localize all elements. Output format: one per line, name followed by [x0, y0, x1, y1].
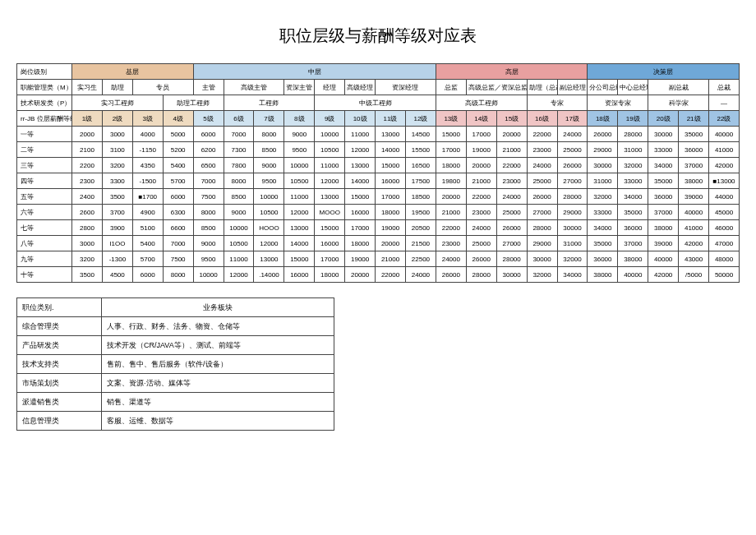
salary-cell: 42000	[648, 267, 679, 283]
salary-cell: 25000	[527, 173, 557, 189]
salary-cell: 2600	[72, 205, 103, 220]
salary-cell: 10000	[284, 158, 315, 173]
salary-cell: 23000	[466, 205, 496, 220]
salary-cell: 12000	[224, 267, 254, 283]
salary-cell: 23000	[527, 142, 557, 158]
salary-cell: 33000	[588, 205, 618, 220]
salary-cell: 31000	[557, 236, 588, 251]
salary-cell: 5200	[163, 142, 193, 158]
salary-cell: 14000	[284, 236, 315, 251]
level-cell: 5级	[193, 111, 224, 127]
salary-cell: 9000	[224, 205, 254, 220]
salary-cell: 40000	[618, 267, 648, 283]
salary-cell: 17000	[315, 251, 345, 267]
salary-cell: 2200	[72, 158, 103, 173]
category-cell: 派遣销售类	[17, 393, 102, 412]
salary-cell: 27000	[557, 173, 588, 189]
level-cell: 2级	[102, 111, 132, 127]
salary-cell: 40000	[679, 205, 709, 220]
category-cell: 文案、资源·活动、媒体等	[102, 374, 334, 393]
tech-role: 工程师	[224, 95, 315, 111]
category-cell: 客服、运维、数据等	[102, 412, 334, 431]
category-row: 派遣销售类销售、渠道等	[17, 393, 334, 412]
salary-cell: 24000	[436, 251, 466, 267]
salary-cell: 25000	[557, 142, 588, 158]
salary-cell: 5400	[163, 158, 193, 173]
grade-name: 六等	[17, 205, 72, 220]
salary-cell: 3900	[102, 220, 132, 236]
tech-role: 中级工程师	[315, 95, 436, 111]
tech-role: 专家	[527, 95, 588, 111]
grade-name: 一等	[17, 127, 72, 142]
salary-cell: 23000	[436, 236, 466, 251]
salary-cell: 5400	[132, 236, 163, 251]
salary-cell: 6000	[132, 267, 163, 283]
category-cell: 人事、行政、财务、法务、物资、仓储等	[102, 317, 334, 336]
salary-cell: 8000	[254, 127, 284, 142]
salary-cell: 17000	[436, 142, 466, 158]
grade-row: 二等21003100-11505200620073008500950010500…	[17, 142, 740, 158]
salary-cell: 3700	[102, 205, 132, 220]
salary-cell: 12000	[345, 142, 376, 158]
salary-cell: MOOO	[315, 205, 345, 220]
salary-cell: 37000	[618, 236, 648, 251]
salary-cell: 45000	[709, 205, 740, 220]
salary-cell: 6000	[193, 127, 224, 142]
salary-cell: 21000	[496, 142, 527, 158]
salary-cell: 6500	[193, 158, 224, 173]
salary-cell: 20000	[466, 158, 496, 173]
salary-cell: 12000	[284, 205, 315, 220]
salary-cell: 42000	[709, 158, 740, 173]
grade-name: 二等	[17, 142, 72, 158]
salary-cell: 11000	[315, 158, 345, 173]
salary-cell: 7500	[193, 189, 224, 205]
salary-cell: 19000	[376, 220, 406, 236]
salary-cell: 37000	[648, 205, 679, 220]
salary-cell: 20000	[376, 236, 406, 251]
salary-cell: 9000	[193, 236, 224, 251]
salary-cell: 15500	[405, 142, 436, 158]
salary-cell: 27000	[496, 236, 527, 251]
tier-base: 基层	[72, 64, 194, 80]
salary-cell: 12000	[315, 173, 345, 189]
grade-name: 九等	[17, 251, 72, 267]
salary-cell: 18500	[405, 189, 436, 205]
level-cell: 7级	[254, 111, 284, 127]
salary-cell: 17000	[376, 189, 406, 205]
salary-cell: 28000	[618, 127, 648, 142]
mgmt-role: 高级主管	[224, 80, 284, 95]
category-cell: 技术支持类	[17, 355, 102, 374]
tier-mid: 中层	[193, 64, 436, 80]
salary-cell: 47000	[709, 236, 740, 251]
salary-cell: 31000	[618, 142, 648, 158]
grade-row: 九等3200-130057007500950011000130001500017…	[17, 251, 740, 267]
salary-cell: 9000	[284, 127, 315, 142]
salary-cell: -1300	[102, 251, 132, 267]
category-cell: 信息管理类	[17, 412, 102, 431]
salary-cell: 28000	[527, 220, 557, 236]
salary-cell: 11000	[345, 127, 376, 142]
category-cell: 产品研发类	[17, 336, 102, 355]
salary-cell: 34000	[557, 267, 588, 283]
tech-role: 实习工程师	[72, 95, 164, 111]
salary-cell: 24000	[466, 220, 496, 236]
salary-cell: 21500	[405, 236, 436, 251]
salary-cell: 38000	[648, 220, 679, 236]
salary-cell: 17000	[345, 220, 376, 236]
mgmt-role: 高级总监／资深总监	[466, 80, 527, 95]
salary-cell: 41000	[709, 142, 740, 158]
lower-header-col: 职位类别.	[17, 298, 102, 317]
salary-cell: 16500	[405, 158, 436, 173]
tier-high: 高层	[436, 64, 588, 80]
salary-cell: 10000	[315, 127, 345, 142]
salary-cell: 21000	[436, 205, 466, 220]
salary-cell: 32000	[527, 267, 557, 283]
salary-cell: 19000	[345, 251, 376, 267]
salary-cell: 28000	[496, 251, 527, 267]
level-cell: 4级	[163, 111, 193, 127]
level-cell: 19级	[618, 111, 648, 127]
tech-role: 科学家	[648, 95, 709, 111]
salary-grade-table: 岗位级别 基层 中层 高层 决策层 职能管理类（M） 实习生 助理 专员 主管 …	[16, 63, 740, 283]
category-row: 市场策划类文案、资源·活动、媒体等	[17, 374, 334, 393]
category-table: 职位类别. 业务板块 综合管理类人事、行政、财务、法务、物资、仓储等产品研发类技…	[16, 297, 334, 431]
